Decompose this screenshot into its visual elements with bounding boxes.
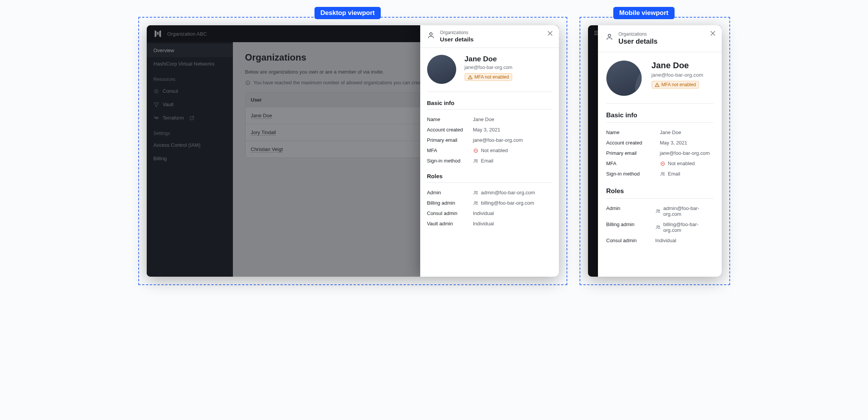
info-row: MFANot enabled (606, 158, 713, 169)
divider (427, 182, 552, 183)
info-value: Not enabled (473, 148, 552, 153)
user-icon (427, 31, 435, 39)
warning-icon (468, 75, 473, 80)
info-row: Primary emailjane@foo-bar-org.com (427, 135, 552, 145)
info-key: Vault admin (427, 221, 473, 226)
info-value: May 3, 2021 (660, 140, 713, 146)
info-key: MFA (427, 148, 473, 153)
user-email: jane@foo-bar-org.com (652, 72, 703, 78)
info-key: Consul admin (427, 210, 473, 216)
viewport-tag-mobile: Mobile viewport (613, 7, 675, 19)
flyout-breadcrumb: Organizations (619, 31, 658, 37)
info-value: admin@foo-bar-org.com (473, 190, 552, 195)
users-icon (473, 200, 478, 206)
info-row: NameJane Doe (606, 127, 713, 138)
info-key: Billing admin (606, 221, 655, 233)
info-key: Sign-in method (427, 158, 473, 164)
mfa-badge-text: MFA not enabled (662, 82, 696, 87)
user-icon (606, 33, 613, 41)
info-key: MFA (606, 161, 660, 166)
user-details-flyout: Organizations User details Jane Doe jane… (598, 25, 722, 277)
info-value: Email (660, 171, 713, 177)
mobile-viewport-frame: Organizations User details Jane Doe jane… (580, 17, 730, 285)
info-row: Sign-in methodEmail (606, 169, 713, 179)
info-row: MFANot enabled (427, 145, 552, 156)
user-details-flyout: Organizations User details Jane Doe jane… (420, 25, 559, 277)
roles-header: Roles (427, 173, 552, 179)
close-icon[interactable] (547, 30, 554, 37)
info-value: Individual (655, 238, 713, 243)
info-key: Sign-in method (606, 171, 660, 177)
not-enabled-icon (660, 161, 665, 166)
info-key: Consul admin (606, 238, 655, 243)
info-value: Individual (473, 221, 552, 226)
basic-info-header: Basic info (606, 112, 713, 119)
desktop-viewport-frame: Organization ABC Overview HashiCorp Virt… (138, 17, 567, 285)
roles-header: Roles (606, 187, 713, 195)
info-value: Jane Doe (473, 116, 552, 122)
divider (606, 198, 713, 199)
basic-info-header: Basic info (427, 100, 552, 106)
mfa-badge-text: MFA not enabled (475, 74, 509, 80)
flyout-header: Organizations User details (420, 25, 559, 48)
info-value: Email (473, 158, 552, 164)
user-profile-block: Jane Doe jane@foo-bar-org.com MFA not en… (606, 61, 713, 104)
info-value: Not enabled (660, 161, 713, 166)
user-name: Jane Doe (652, 61, 703, 71)
divider (606, 122, 713, 123)
info-key: Primary email (606, 150, 660, 156)
info-value: admin@foo-bar-org.com (655, 205, 713, 217)
mobile-app-window: Organizations User details Jane Doe jane… (588, 25, 722, 277)
info-key: Primary email (427, 137, 473, 143)
warning-icon (655, 82, 660, 87)
avatar (606, 61, 642, 96)
flyout-title: User details (440, 36, 474, 43)
info-value: Jane Doe (660, 130, 713, 135)
users-icon (473, 190, 478, 195)
avatar (427, 55, 456, 84)
info-key: Account created (427, 127, 473, 133)
info-value: May 3, 2021 (473, 127, 552, 133)
viewport-tag-desktop: Desktop viewport (314, 7, 381, 19)
info-row: Billing adminbilling@foo-bar-org.com (427, 198, 552, 208)
info-row: Sign-in methodEmail (427, 156, 552, 166)
info-key: Billing admin (427, 200, 473, 206)
info-row: Account createdMay 3, 2021 (427, 125, 552, 135)
close-icon[interactable] (709, 30, 716, 37)
info-key: Admin (606, 205, 655, 217)
info-key: Name (427, 116, 473, 122)
info-value: Individual (473, 210, 552, 216)
info-value: billing@foo-bar-org.com (473, 200, 552, 206)
info-key: Account created (606, 140, 660, 146)
info-key: Admin (427, 190, 473, 195)
info-key: Name (606, 130, 660, 135)
info-value: jane@foo-bar-org.com (660, 150, 713, 156)
user-email: jane@foo-bar-org.com (465, 65, 513, 70)
info-row: Primary emailjane@foo-bar-org.com (606, 148, 713, 158)
info-value: billing@foo-bar-org.com (655, 221, 713, 233)
info-row: NameJane Doe (427, 114, 552, 125)
users-icon (655, 225, 661, 230)
info-row: Account createdMay 3, 2021 (606, 138, 713, 148)
users-icon (660, 171, 665, 177)
info-row: Billing adminbilling@foo-bar-org.com (606, 219, 713, 235)
user-profile-block: Jane Doe jane@foo-bar-org.com MFA not en… (427, 55, 552, 92)
users-icon (473, 158, 478, 164)
app-window: Organization ABC Overview HashiCorp Virt… (147, 25, 559, 277)
mfa-warning-badge: MFA not enabled (652, 81, 699, 89)
users-icon (655, 208, 661, 214)
info-row: Consul adminIndividual (427, 208, 552, 218)
flyout-title: User details (619, 38, 658, 46)
divider (427, 109, 552, 110)
flyout-breadcrumb: Organizations (440, 30, 474, 35)
info-row: Adminadmin@foo-bar-org.com (606, 203, 713, 219)
info-row: Consul adminIndividual (606, 235, 713, 246)
mfa-warning-badge: MFA not enabled (465, 73, 512, 81)
not-enabled-icon (473, 148, 478, 153)
info-row: Adminadmin@foo-bar-org.com (427, 187, 552, 198)
user-name: Jane Doe (465, 55, 513, 63)
flyout-header: Organizations User details (598, 25, 722, 52)
info-row: Vault adminIndividual (427, 218, 552, 229)
info-value: jane@foo-bar-org.com (473, 137, 552, 143)
